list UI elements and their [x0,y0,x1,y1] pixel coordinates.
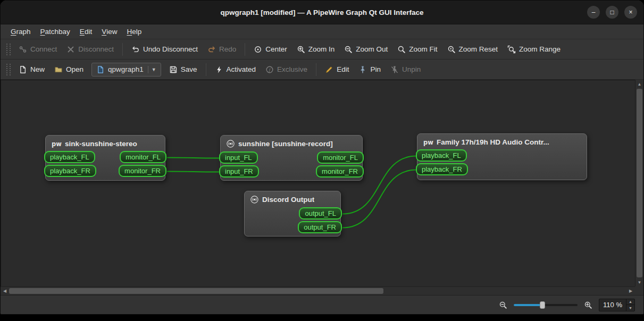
zoom-range-icon [507,45,516,54]
node-header: pwFamily 17h/19h HD Audio Contr... [417,134,587,147]
maximize-button[interactable]: □ [606,6,618,19]
zoom-in-icon[interactable] [583,300,593,310]
zoom-out-icon [344,45,353,54]
port-rows: output_FLoutput_FR [245,207,340,233]
minimize-button[interactable]: – [587,6,600,19]
title-bar[interactable]: qpwgraph1 [modified] — A PipeWire Graph … [1,1,643,24]
port-output-fl[interactable]: output_FL [299,207,342,219]
zoom-step-down-icon[interactable]: ▼ [626,305,634,311]
undo-icon [131,45,140,54]
scroll-down-arrow-icon[interactable]: ▼ [635,278,643,286]
node-title: sunshine [sunshine-record] [238,140,333,148]
menu-item-patchbay[interactable]: Patchbay [36,24,75,39]
disconnect-icon [66,45,75,54]
horizontal-scrollbar-thumb[interactable] [9,288,383,294]
port-playback-fl[interactable]: playback_FL [416,149,467,162]
port-monitor-fl[interactable]: monitor_FL [120,151,166,163]
close-button[interactable]: × [624,6,637,19]
vertical-scrollbar[interactable]: ▲ ▼ [635,80,643,286]
horizontal-scrollbar[interactable]: ◀ ▶ [1,286,635,295]
window-controls: –□× [587,1,637,24]
zoom-out-icon[interactable] [498,300,508,310]
status-bar: 110 % ▲ ▼ [1,295,643,314]
patchbay-toolbar: NewOpenqpwgraph1▼SaveActivatedfExclusive… [1,60,643,80]
button-label: Zoom Fit [409,45,437,53]
svg-text:pw: pw [423,139,433,146]
pin-button[interactable]: Pin [354,62,385,77]
open-icon [54,65,63,74]
zoom-range-button[interactable]: Zoom Range [503,42,565,57]
graph-toolbar: ConnectDisconnectUndo DisconnectRedoCent… [1,39,643,60]
connections-svg [1,80,635,286]
zoom-slider-handle[interactable] [540,301,545,309]
port-row: output_FR [245,221,340,233]
port-rows: input_FLmonitor_FLinput_FRmonitor_FR [221,151,362,178]
zoom-in-button[interactable]: Zoom In [292,42,339,57]
port-monitor-fl[interactable]: monitor_FL [317,151,364,164]
vertical-scrollbar-thumb[interactable] [637,89,642,277]
port-row: output_FL [245,207,340,219]
node-sink[interactable]: pwsink-sunshine-stereoplayback_FLmonitor… [45,135,165,181]
port-playback-fr[interactable]: playback_FR [44,165,96,177]
svg-text:pw: pw [52,140,62,148]
unpin-icon [390,65,399,74]
redo-button: Redo [203,42,240,57]
redo-icon [207,45,216,54]
toolbar-drag-handle[interactable] [6,44,11,55]
scroll-right-arrow-icon[interactable]: ▶ [626,287,635,295]
button-label: Zoom In [308,45,335,53]
node-family[interactable]: pwFamily 17h/19h HD Audio Contr...playba… [417,133,587,180]
graph-canvas[interactable]: pwsink-sunshine-stereoplayback_FLmonitor… [1,80,635,286]
node-discord[interactable]: Discord Outputoutput_FLoutput_FR [244,191,341,236]
activated-button[interactable]: Activated [211,62,261,77]
zoom-step-up-icon[interactable]: ▲ [626,299,634,306]
port-input-fl[interactable]: input_FL [219,151,258,164]
button-label: Zoom Reset [459,45,498,53]
toolbar-separator [122,43,123,56]
scroll-up-arrow-icon[interactable]: ▲ [635,80,643,88]
audio-icon [250,195,259,204]
menu-item-help[interactable]: Help [122,24,146,39]
button-label: Disconnect [78,45,114,53]
cable[interactable] [167,172,220,172]
port-input-fr[interactable]: input_FR [219,165,259,178]
zoom-fit-button[interactable]: Zoom Fit [393,42,441,57]
port-monitor-fr[interactable]: monitor_FR [119,165,166,177]
node-sunshine[interactable]: sunshine [sunshine-record]input_FLmonito… [220,135,363,181]
app-window: qpwgraph1 [modified] — A PipeWire Graph … [0,0,644,315]
button-label: Activated [227,65,256,73]
port-monitor-fr[interactable]: monitor_FR [316,165,364,178]
center-icon [254,45,262,54]
port-output-fr[interactable]: output_FR [298,221,342,233]
audio-icon [226,139,235,148]
port-playback-fl[interactable]: playback_FL [44,151,95,163]
new-icon [19,65,27,74]
toolbar-separator [245,43,245,56]
menu-item-graph[interactable]: Graph [6,24,36,39]
save-button[interactable]: Save [165,62,202,77]
toolbar-separator [316,63,316,76]
edit-button[interactable]: Edit [321,62,353,77]
zoom-out-button[interactable]: Zoom Out [340,42,392,57]
cable[interactable] [167,158,220,158]
edit-icon [325,65,333,74]
center-button[interactable]: Center [249,42,291,57]
open-button[interactable]: Open [50,62,88,77]
zoom-value[interactable]: 110 % [599,299,626,311]
menu-item-edit[interactable]: Edit [75,24,97,39]
undo-disconnect-button[interactable]: Undo Disconnect [127,42,202,57]
toolbar-drag-handle[interactable] [6,64,11,75]
button-label: Zoom Out [356,45,388,53]
qpwgraph1-dropdown[interactable]: qpwgraph1▼ [91,63,161,77]
maximize-icon: □ [610,9,614,15]
port-playback-fr[interactable]: playback_FR [416,163,468,175]
zoom-slider[interactable] [514,301,578,309]
zoom-spinbox[interactable]: 110 % ▲ ▼ [599,299,635,311]
menu-item-view[interactable]: View [97,24,122,39]
pipewire-icon: pw [51,139,62,148]
scroll-left-arrow-icon[interactable]: ◀ [1,287,9,295]
port-row: input_FRmonitor_FR [221,165,362,178]
button-label: New [30,65,45,73]
zoom-reset-button[interactable]: Zoom Reset [443,42,503,57]
new-button[interactable]: New [14,62,49,77]
